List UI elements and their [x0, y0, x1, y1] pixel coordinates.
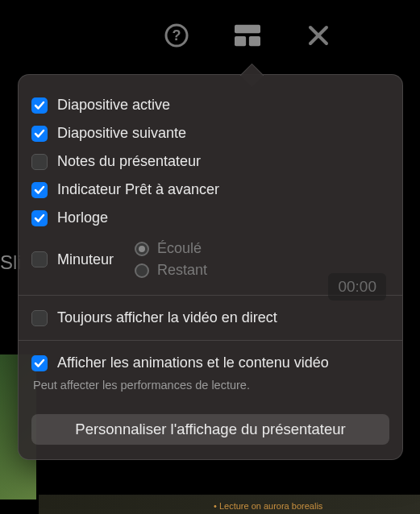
divider-2 — [19, 340, 402, 341]
bg-caption: • Lecture on aurora borealis — [214, 501, 322, 511]
row-next-slide: Diapositive suivante — [31, 119, 389, 147]
checkbox-show-animations[interactable] — [31, 355, 48, 371]
label-timer: Minuteur — [57, 251, 114, 268]
checkbox-live-video[interactable] — [31, 310, 48, 326]
checkbox-next-slide[interactable] — [31, 126, 48, 142]
animations-hint: Peut affecter les performances de lectur… — [31, 379, 389, 392]
row-clock: Horloge — [31, 204, 389, 232]
radio-remaining[interactable] — [135, 263, 149, 278]
label-presenter-notes: Notes du présentateur — [57, 153, 201, 170]
layout-icon[interactable] — [235, 23, 260, 48]
checkbox-presenter-notes[interactable] — [31, 154, 48, 170]
row-presenter-notes: Notes du présentateur — [31, 147, 389, 176]
label-active-slide: Diapositive active — [57, 97, 170, 114]
checkbox-timer[interactable] — [31, 251, 48, 267]
svg-text:?: ? — [173, 27, 181, 44]
svg-rect-3 — [235, 36, 246, 46]
close-icon[interactable] — [306, 23, 331, 48]
label-next-slide: Diapositive suivante — [57, 125, 186, 142]
row-show-animations: Afficher les animations et le contenu vi… — [31, 349, 389, 377]
label-ready-indicator: Indicateur Prêt à avancer — [57, 181, 219, 198]
checkbox-active-slide[interactable] — [31, 97, 48, 114]
row-live-video: Toujours afficher la vidéo en direct — [31, 304, 389, 332]
help-icon[interactable]: ? — [164, 23, 189, 48]
row-active-slide: Diapositive active — [31, 91, 389, 119]
radio-elapsed[interactable] — [135, 242, 149, 256]
svg-rect-4 — [249, 36, 260, 46]
radio-label-remaining: Restant — [157, 262, 207, 279]
timer-value-field[interactable]: 00:00 — [328, 273, 386, 301]
checkbox-ready-indicator[interactable] — [31, 182, 48, 198]
svg-rect-2 — [235, 25, 260, 33]
row-ready-indicator: Indicateur Prêt à avancer — [31, 176, 389, 204]
radio-row-remaining: Restant — [135, 259, 207, 281]
toolbar: ? — [164, 23, 331, 48]
label-live-video: Toujours afficher la vidéo en direct — [57, 309, 277, 326]
presenter-display-popover: Diapositive active Diapositive suivante … — [18, 74, 403, 460]
customize-display-button[interactable]: Personnaliser l'affichage du présentateu… — [31, 414, 389, 445]
label-show-animations: Afficher les animations et le contenu vi… — [57, 354, 329, 371]
label-clock: Horloge — [57, 209, 108, 226]
radio-row-elapsed: Écoulé — [135, 238, 207, 259]
radio-label-elapsed: Écoulé — [157, 240, 202, 257]
checkbox-clock[interactable] — [31, 210, 48, 226]
